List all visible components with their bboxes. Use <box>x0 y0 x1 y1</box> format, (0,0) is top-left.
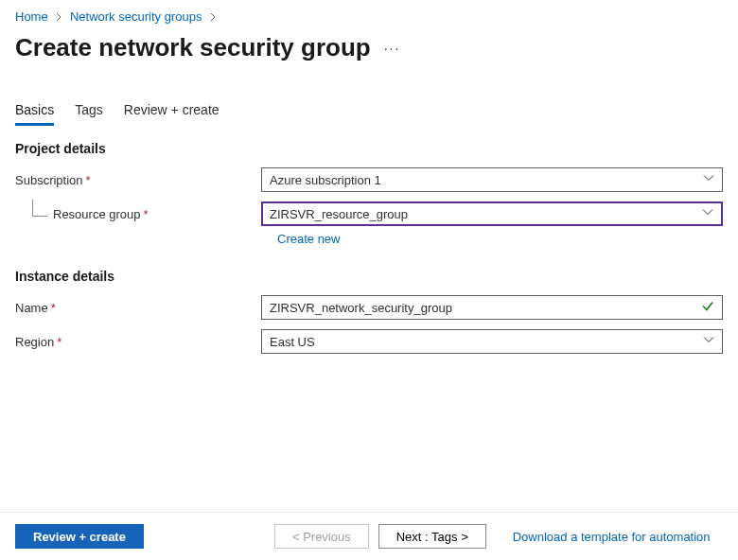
tab-basics[interactable]: Basics <box>15 102 54 126</box>
resource-group-dropdown[interactable]: ZIRSVR_resource_group <box>261 201 723 226</box>
tab-review[interactable]: Review + create <box>124 102 220 126</box>
breadcrumb: Home Network security groups <box>0 0 738 27</box>
breadcrumb-home[interactable]: Home <box>15 9 48 24</box>
subscription-value: Azure subscription 1 <box>270 173 381 187</box>
check-icon <box>701 300 714 316</box>
section-instance-details: Instance details <box>15 269 723 284</box>
chevron-right-icon <box>209 9 217 24</box>
review-create-button[interactable]: Review + create <box>15 524 144 549</box>
subscription-dropdown[interactable]: Azure subscription 1 <box>261 167 723 192</box>
page-title: Create network security group <box>15 33 371 62</box>
section-project-details: Project details <box>15 141 723 156</box>
region-value: East US <box>270 335 315 349</box>
resource-group-value: ZIRSVR_resource_group <box>270 207 408 221</box>
label-name: Name* <box>15 301 261 315</box>
chevron-down-icon <box>703 173 714 187</box>
chevron-down-icon <box>703 335 714 349</box>
create-new-link[interactable]: Create new <box>277 232 340 246</box>
tree-line-icon <box>32 200 47 217</box>
breadcrumb-nsg[interactable]: Network security groups <box>70 9 202 24</box>
required-icon: * <box>144 207 149 221</box>
label-resource-group: Resource group* <box>15 207 261 221</box>
name-value: ZIRSVR_network_security_group <box>270 301 452 315</box>
tab-tags[interactable]: Tags <box>75 102 103 126</box>
name-input[interactable]: ZIRSVR_network_security_group <box>261 295 723 320</box>
download-template-link[interactable]: Download a template for automation <box>513 530 711 544</box>
label-region: Region* <box>15 335 261 349</box>
previous-button: < Previous <box>274 524 369 549</box>
label-subscription: Subscription* <box>15 173 261 187</box>
required-icon: * <box>57 335 62 349</box>
region-dropdown[interactable]: East US <box>261 329 723 354</box>
chevron-right-icon <box>55 9 62 24</box>
more-icon[interactable]: ··· <box>384 41 401 56</box>
required-icon: * <box>86 173 91 187</box>
tabs: Basics Tags Review + create <box>0 102 738 126</box>
next-button[interactable]: Next : Tags > <box>378 524 486 549</box>
chevron-down-icon <box>702 207 713 221</box>
footer: Review + create < Previous Next : Tags >… <box>0 512 738 560</box>
required-icon: * <box>51 301 56 315</box>
